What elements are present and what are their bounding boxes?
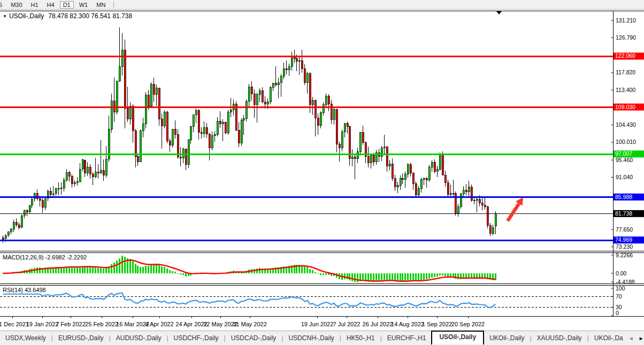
svg-text:26 Jul 2022: 26 Jul 2022 (363, 321, 393, 327)
svg-text:104.430: 104.430 (616, 121, 636, 128)
svg-text:0: 0 (616, 310, 619, 316)
svg-text:14 Aug 2022: 14 Aug 2022 (391, 321, 424, 327)
svg-text:77.650: 77.650 (616, 226, 633, 233)
svg-text:70: 70 (616, 293, 622, 300)
svg-text:20 Sep 2022: 20 Sep 2022 (451, 321, 485, 327)
tab-eurusd-daily[interactable]: EURUSD-,Daily (53, 333, 109, 343)
tab-usdchf-daily[interactable]: USDCHF-,Daily (168, 333, 224, 343)
svg-text:100.010: 100.010 (616, 139, 636, 145)
svg-text:19 Jun 2022: 19 Jun 2022 (301, 321, 334, 327)
tab-usoil-daily[interactable]: USOil-,Daily (431, 331, 484, 344)
tab-ukoil-da[interactable]: UKOil-,Da (589, 333, 628, 343)
price-axis: 131.210126.790117.820113.400104.430100.0… (611, 17, 644, 316)
svg-text:16 Mar 2022: 16 Mar 2022 (116, 321, 149, 327)
tab-scroll-left-icon[interactable]: ◄ (628, 335, 634, 341)
chart-ohlc-values: 78.478 82.300 76.541 81.738 (48, 12, 132, 20)
rsi-indicator-label: RSI(14) 43.6498 (3, 287, 46, 293)
svg-text:122.060: 122.060 (615, 52, 635, 59)
tab-xauusd-daily[interactable]: XAUUSD-,Daily (532, 333, 587, 343)
svg-text:7 Jul 2022: 7 Jul 2022 (333, 321, 361, 327)
time-axis: 31 Dec 202119 Jan 20227 Feb 202225 Feb 2… (0, 316, 485, 327)
rsi-line (3, 293, 496, 308)
svg-text:19 Jan 2022: 19 Jan 2022 (26, 321, 59, 327)
chart-symbol-label: USOil-,Daily (9, 12, 44, 20)
svg-text:24 Apr 2022: 24 Apr 2022 (175, 321, 207, 327)
svg-text:95.460: 95.460 (616, 157, 633, 163)
svg-text:4 Apr 2022: 4 Apr 2022 (145, 321, 173, 327)
svg-text:81.738: 81.738 (615, 210, 632, 217)
tab-scroll-right-icon[interactable]: ► (639, 335, 644, 341)
tab-usdx-weekly[interactable]: USDX,Weekly (0, 333, 51, 343)
macd-indicator-label: MACD(12,26,9) -2.6982 -2.2292 (3, 254, 87, 260)
tab-hk50-h1[interactable]: HK50-,H1 (341, 333, 380, 343)
horizontal-price-lines (0, 56, 613, 240)
tab-usdcnh-daily[interactable]: USDCNH-,Daily (283, 333, 339, 343)
svg-text:73.230: 73.230 (616, 243, 633, 250)
svg-text:0.00: 0.00 (616, 270, 627, 277)
current-bar-marker-icon (496, 11, 502, 14)
svg-text:117.820: 117.820 (616, 69, 635, 75)
tab-audusd-daily[interactable]: AUDUSD-,Daily (111, 333, 167, 343)
svg-text:74.969: 74.969 (615, 236, 632, 243)
trend-arrow-annotation[interactable] (508, 197, 523, 221)
svg-text:25 Feb 2022: 25 Feb 2022 (85, 321, 118, 327)
tab-usdcad-daily[interactable]: USDCAD-,Daily (226, 333, 282, 343)
trading-app-window: 5M30H1H4D1W1MN 131.210126.790117.820113.… (0, 0, 644, 345)
svg-text:126.790: 126.790 (616, 34, 636, 41)
candlestick-series (2, 27, 496, 243)
chart-title: ▼USOil-,Daily78.478 82.300 76.541 81.738 (3, 12, 132, 20)
svg-text:100: 100 (616, 285, 625, 292)
svg-text:97.007: 97.007 (615, 150, 632, 157)
svg-text:85.988: 85.988 (615, 194, 632, 200)
svg-text:131.210: 131.210 (616, 17, 636, 24)
svg-text:109.030: 109.030 (615, 104, 635, 110)
chart-dropdown-icon[interactable]: ▼ (3, 14, 7, 19)
svg-text:1 Sep 2022: 1 Sep 2022 (422, 321, 452, 327)
svg-text:31 Dec 2021: 31 Dec 2021 (0, 321, 29, 327)
svg-text:113.400: 113.400 (616, 87, 635, 93)
svg-text:9.2266: 9.2266 (616, 252, 633, 258)
svg-text:7 Feb 2022: 7 Feb 2022 (56, 321, 86, 327)
symbol-tab-bar: USDX,Weekly|EURUSD-,Daily|AUDUSD-,Daily|… (0, 331, 644, 345)
chart-canvas[interactable]: 131.210126.790117.820113.400104.430100.0… (0, 0, 644, 345)
tab-ukoil-daily[interactable]: UKOil-,Daily (484, 333, 530, 343)
svg-text:-4.4188: -4.4188 (616, 279, 635, 285)
tab-scroll-buttons: ◄► (628, 335, 644, 341)
svg-text:31 May 2022: 31 May 2022 (233, 321, 267, 327)
svg-text:91.040: 91.040 (616, 174, 633, 180)
tab-eurchf-h1[interactable]: EURCHF-,H1 (382, 333, 432, 343)
